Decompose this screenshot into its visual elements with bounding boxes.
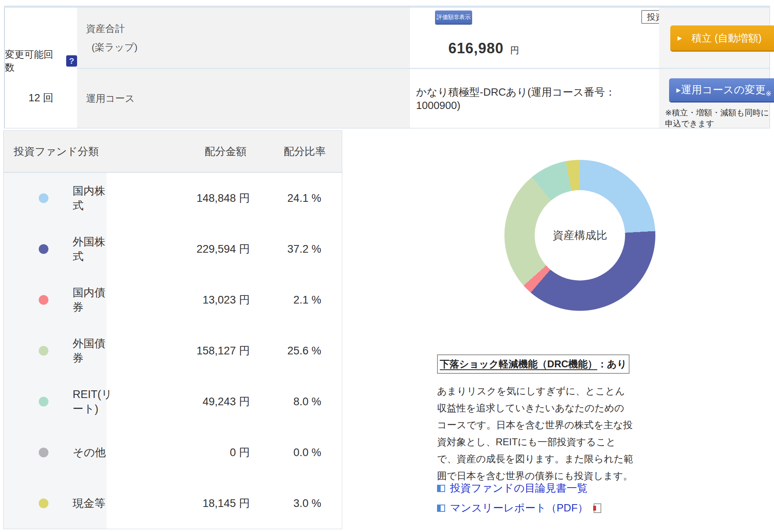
table-row: 国内株式148,848 円24.1 % [4,173,342,224]
table-header-category: 投資ファンド分類 [4,145,107,159]
page: 資産合計 (楽ラップ) 評価額非表示 616,980 円 投資来損益 ? +76… [0,0,774,532]
course-change-button-mark: ※ [766,90,771,101]
fund-table-body: 国内株式148,848 円24.1 %外国株式229,594 円37.2 %国内… [4,173,342,529]
summary-box: 資産合計 (楽ラップ) 評価額非表示 616,980 円 投資来損益 ? +76… [4,6,770,128]
category-cell: 現金等 [4,478,107,529]
change-limit-label: 変更可能回数 [5,48,61,74]
table-row: その他0 円0.0 % [4,427,342,478]
action-panel-top: ▶ 積立 (自動増額) ▶ 増額・減額 [659,8,770,69]
table-header-ratio: 配分比率 [258,145,342,159]
drc-feature-box: 下落ショック軽減機能（DRC機能） ：あり [437,354,630,374]
document-links: 投資ファンドの目論見書一覧マンスリーレポート（PDF） [437,481,601,515]
category-cell: 外国債券 [4,325,107,376]
change-limit-panel: 変更可能回数 ? 12 回 [4,8,77,128]
course-label: 運用コース [86,92,410,105]
asset-total-label: 資産合計 (楽ラップ) [77,8,410,69]
amount-cell: 13,023 円 [107,274,258,325]
category-cell: 外国株式 [4,224,107,274]
total-amount-unit: 円 [510,44,519,57]
category-bullet-icon [39,244,48,254]
external-window-icon [437,505,445,512]
category-bullet-icon [39,448,48,457]
category-cell: 国内債券 [4,274,107,325]
donut-hole: 資産構成比 [535,190,625,281]
table-row: 外国株式229,594 円37.2 % [4,224,342,274]
table-header-row: 投資ファンド分類 配分金額 配分比率 [4,131,342,173]
ratio-cell: 25.6 % [258,325,342,376]
simultaneous-apply-note: ※積立・増額・減額も同時に申込できます [665,107,770,129]
table-row: 現金等18,145 円3.0 % [4,478,342,529]
asset-composition-donut-chart: 資産構成比 [504,160,655,311]
amount-cell: 229,594 円 [107,224,258,274]
amount-cell: 0 円 [107,427,258,478]
amount-cell: 18,145 円 [107,478,258,529]
external-window-icon [437,485,445,492]
course-value-cell: かなり積極型-DRCあり(運用コース番号：1000900) [410,69,659,128]
category-label: 現金等 [73,496,105,511]
document-link[interactable]: 投資ファンドの目論見書一覧 [437,481,601,495]
ratio-cell: 37.2 % [258,224,342,274]
document-link[interactable]: マンスリーレポート（PDF） [437,501,601,515]
change-limit-value: 12 回 [28,91,53,105]
tsumitate-button-label: 積立 (自動増額) [692,31,762,45]
table-header-amount: 配分金額 [107,145,258,159]
amount-cell: 148,848 円 [107,173,258,224]
category-bullet-icon [39,498,48,508]
category-bullet-icon [39,295,48,305]
ratio-cell: 24.1 % [258,173,342,224]
document-link-label[interactable]: 投資ファンドの目論見書一覧 [450,481,588,495]
ratio-cell: 8.0 % [258,376,342,427]
arrow-right-icon: ▶ [678,35,682,41]
fund-allocation-table: 投資ファンド分類 配分金額 配分比率 国内株式148,848 円24.1 %外国… [3,130,342,529]
category-cell: その他 [4,427,107,478]
document-link-label[interactable]: マンスリーレポート（PDF） [450,501,588,515]
amount-cell: 49,243 円 [107,376,258,427]
action-panel-bottom: ▶ 運用コースの変更 ※ ▶ 再診断 ※積立・増額・減額も同時に申込できます [659,69,770,128]
ratio-cell: 2.1 % [258,274,342,325]
category-label: 国内債券 [73,285,107,314]
course-description: あまりリスクを気にしすぎずに、とことん収益性を追求していきたいあなたのためのコー… [437,383,634,484]
category-label: 国内株式 [73,184,107,213]
category-cell: REIT(リート) [4,376,107,427]
category-label: その他 [73,445,106,460]
course-change-button-label: 運用コースの変更 [681,83,766,97]
category-bullet-icon [39,193,48,203]
arrow-right-icon: ▶ [676,87,681,93]
asset-total-label-line2: (楽ラップ) [86,41,410,54]
category-bullet-icon [39,397,48,406]
drc-feature-title: 下落ショック軽減機能（DRC機能） [440,358,597,371]
course-change-button[interactable]: ▶ 運用コースの変更 ※ [669,78,774,101]
asset-total-cell: 評価額非表示 616,980 円 投資来損益 ? +76,980 円 [410,8,659,69]
course-label-cell: 運用コース [77,69,410,128]
table-row: REIT(リート)49,243 円8.0 % [4,376,342,427]
amount-cell: 158,127 円 [107,325,258,376]
category-label: 外国債券 [73,336,107,365]
category-label: 外国株式 [73,235,107,264]
donut-center-label: 資産構成比 [553,228,607,243]
asset-total-label-line1: 資産合計 [86,22,410,35]
category-bullet-icon [39,346,48,356]
category-cell: 国内株式 [4,173,107,224]
table-row: 国内債券13,023 円2.1 % [4,274,342,325]
tsumitate-button[interactable]: ▶ 積立 (自動増額) [670,25,774,50]
table-row: 外国債券158,127 円25.6 % [4,325,342,376]
change-limit-help-icon[interactable]: ? [66,55,77,67]
ratio-cell: 3.0 % [258,478,342,529]
total-amount-value: 616,980 [448,40,504,57]
total-amount: 616,980 円 [448,40,519,57]
course-value: かなり積極型-DRCあり(運用コース番号：1000900) [416,69,659,128]
hide-valuation-button[interactable]: 評価額非表示 [435,10,472,24]
ratio-cell: 0.0 % [258,427,342,478]
drc-feature-status: ：あり [597,358,627,371]
pdf-file-icon[interactable] [594,503,601,513]
